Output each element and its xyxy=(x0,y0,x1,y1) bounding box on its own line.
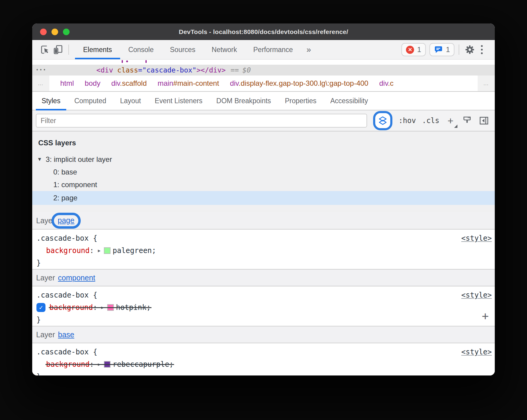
layer-link-annotation: page xyxy=(51,213,81,229)
layer-header-base: Layer base xyxy=(32,326,495,343)
tab-dom-breakpoints[interactable]: DOM Breakpoints xyxy=(209,92,278,110)
zoom-window-button[interactable] xyxy=(63,29,70,35)
breadcrumb-overflow-left[interactable]: … xyxy=(32,76,49,91)
property-name: background xyxy=(46,360,90,369)
rule-block-component: .cascade-box { <style> ✓ background: ▶ h… xyxy=(32,286,495,326)
layer-tree-root[interactable]: ▼ 3: implicit outer layer xyxy=(32,153,495,166)
error-badge[interactable]: ✕ 1 xyxy=(401,43,426,56)
clipped-glyph xyxy=(126,60,128,62)
property-enabled-checkbox[interactable]: ✓ xyxy=(36,303,45,312)
error-icon: ✕ xyxy=(406,46,414,54)
rule-selector: .cascade-box { xyxy=(36,348,97,356)
tree-collapse-icon[interactable]: ▼ xyxy=(37,156,42,162)
layer-link-component[interactable]: component xyxy=(58,273,95,282)
layer-header-page: Layer page xyxy=(32,212,495,230)
settings-gear-icon[interactable] xyxy=(463,43,476,56)
clipped-dom-row xyxy=(32,60,495,65)
sidebar-toggle-icon[interactable] xyxy=(479,115,489,126)
css-layers-pane: CSS layers ▼ 3: implicit outer layer 0: … xyxy=(32,131,495,212)
window-title: DevTools - localhost:8080/docs/devtools/… xyxy=(179,28,348,36)
color-swatch-palegreen[interactable] xyxy=(104,247,111,254)
layer-link-page[interactable]: page xyxy=(58,216,75,225)
tab-layout[interactable]: Layout xyxy=(113,92,148,110)
panel-tabs: Elements Console Sources Network Perform… xyxy=(75,40,301,59)
clipped-glyph xyxy=(122,60,123,63)
breadcrumb-overflow-right[interactable]: … xyxy=(478,76,495,91)
main-toolbar: Elements Console Sources Network Perform… xyxy=(32,40,495,60)
selected-dom-node-row[interactable]: ••• <div class="cascade-box"></div>==$0 xyxy=(32,65,495,76)
close-window-button[interactable] xyxy=(40,29,47,35)
issues-badge[interactable]: 1 xyxy=(429,43,454,56)
new-style-rule-button[interactable]: + xyxy=(445,115,456,127)
dom-node-source: <div class="cascade-box"></div>==$0 xyxy=(96,66,251,74)
property-value: hotpink; xyxy=(116,303,151,312)
breadcrumb-item-html[interactable]: html xyxy=(60,79,74,88)
toolbar-separator xyxy=(459,45,459,55)
rule-close-brace: } xyxy=(36,259,41,267)
add-declaration-button[interactable]: + xyxy=(482,310,489,322)
breadcrumb-item-display-flex[interactable]: div.display-flex.gap-top-300.lg\:gap-top… xyxy=(230,79,368,88)
tab-accessibility[interactable]: Accessibility xyxy=(323,92,375,110)
tab-sources[interactable]: Sources xyxy=(162,40,203,59)
property-value: palegreen; xyxy=(113,246,156,255)
color-swatch-rebeccapurple[interactable] xyxy=(104,361,111,368)
style-source-link[interactable]: <style> xyxy=(461,348,492,356)
rule-close-brace: } xyxy=(36,372,41,376)
css-declaration[interactable]: background: ▶ palegreen; xyxy=(46,246,156,255)
layer-tree-item-base[interactable]: 0: base xyxy=(32,166,495,178)
expand-value-icon[interactable]: ▶ xyxy=(101,305,104,310)
layer-label: Layer xyxy=(36,330,55,339)
layer-tree-item-page[interactable]: 2: page xyxy=(32,191,495,205)
dom-gutter-ellipsis[interactable]: ••• xyxy=(36,67,47,73)
device-toolbar-icon[interactable] xyxy=(51,43,64,56)
rendering-brush-icon[interactable] xyxy=(462,115,472,126)
tab-computed[interactable]: Computed xyxy=(67,92,113,110)
dom-tag-open: <div xyxy=(96,66,113,74)
css-declaration-overridden[interactable]: background: ▶ rebeccapurple; xyxy=(46,360,173,369)
toolbar-separator xyxy=(68,45,69,55)
inspect-element-icon[interactable] xyxy=(39,43,51,56)
devtools-window: DevTools - localhost:8080/docs/devtools/… xyxy=(32,23,495,375)
css-layers-toggle-annotation xyxy=(373,111,392,130)
layer-header-component: Layer component xyxy=(32,269,495,286)
layer-label: Layer xyxy=(36,273,55,282)
toggle-element-state-button[interactable]: :hov xyxy=(398,116,416,125)
titlebar: DevTools - localhost:8080/docs/devtools/… xyxy=(32,23,495,40)
breadcrumb-item-scaffold[interactable]: div.scaffold xyxy=(111,79,147,88)
expand-value-icon[interactable]: ▶ xyxy=(98,248,101,253)
tab-performance[interactable]: Performance xyxy=(245,40,301,59)
rule-selector: .cascade-box { xyxy=(36,234,97,242)
layer-tree-item-component[interactable]: 1: component xyxy=(32,178,495,191)
expand-value-icon[interactable]: ▶ xyxy=(98,362,101,367)
styles-filter-bar: :hov .cls + xyxy=(32,110,495,131)
issues-count: 1 xyxy=(446,45,450,54)
dom-attr-name: class xyxy=(113,66,138,74)
dom-attr-value: ="cascade-box" xyxy=(138,66,197,74)
css-declaration-overridden[interactable]: background: ▶ hotpink; xyxy=(49,303,151,312)
breadcrumb-item-body[interactable]: body xyxy=(85,79,100,88)
element-classes-button[interactable]: .cls xyxy=(422,116,439,125)
filter-input[interactable] xyxy=(36,114,367,128)
style-source-link[interactable]: <style> xyxy=(461,234,492,242)
layer-link-base[interactable]: base xyxy=(58,330,74,339)
more-tabs-icon[interactable]: » xyxy=(302,45,315,54)
tab-network[interactable]: Network xyxy=(204,40,245,59)
traffic-lights xyxy=(40,23,70,40)
breadcrumb-item-main-content[interactable]: main#main-content xyxy=(157,79,219,88)
css-layers-toggle-icon[interactable] xyxy=(378,116,388,125)
color-swatch-hotpink[interactable] xyxy=(107,304,114,311)
tab-properties[interactable]: Properties xyxy=(278,92,323,110)
style-source-link[interactable]: <style> xyxy=(461,291,492,299)
tab-styles[interactable]: Styles xyxy=(35,92,67,110)
minimize-window-button[interactable] xyxy=(51,29,58,35)
breadcrumb: … html body div.scaffold main#main-conte… xyxy=(32,76,495,92)
message-icon xyxy=(434,45,443,54)
kebab-menu-icon[interactable] xyxy=(478,45,486,54)
tab-event-listeners[interactable]: Event Listeners xyxy=(148,92,210,110)
rule-block-base: .cascade-box { <style> background: ▶ reb… xyxy=(32,343,495,375)
tab-elements[interactable]: Elements xyxy=(75,40,120,59)
property-value: rebeccapurple; xyxy=(113,360,173,369)
rule-block-page: .cascade-box { <style> background: ▶ pal… xyxy=(32,230,495,269)
tab-console[interactable]: Console xyxy=(120,40,162,59)
breadcrumb-item-truncated[interactable]: div.c xyxy=(379,79,394,88)
